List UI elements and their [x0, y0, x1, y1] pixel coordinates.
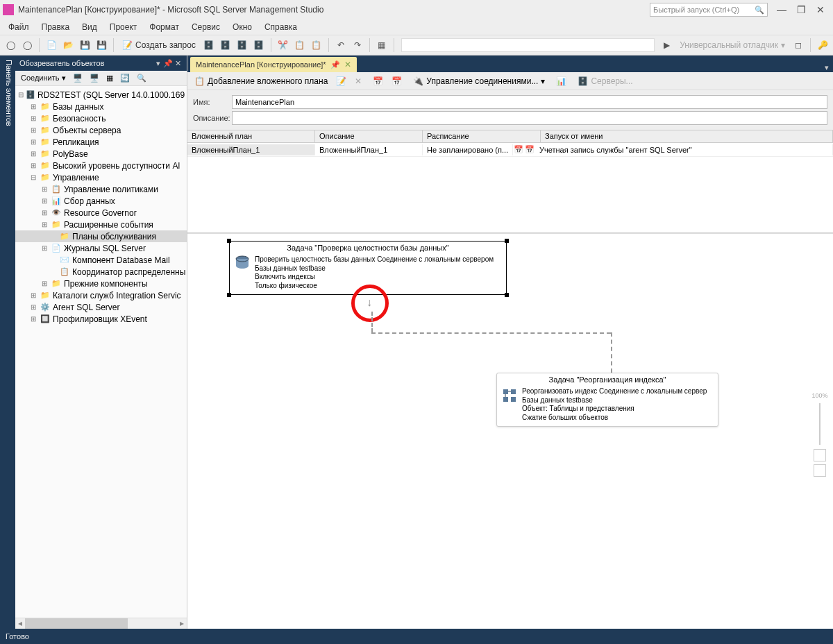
tab-close-icon[interactable]: ✕	[344, 60, 351, 69]
tab-pin-icon[interactable]: 📌	[330, 60, 340, 69]
subplan-props-button[interactable]: 📝	[333, 76, 349, 86]
et-icon[interactable]: 🔍	[134, 74, 149, 83]
col-subplan[interactable]: Вложенный план	[187, 130, 315, 142]
tool-icon[interactable]: 🗄️	[251, 37, 267, 53]
servers-button[interactable]: 🗄️Серверы...	[575, 76, 635, 86]
pin-icon[interactable]: 📌	[163, 59, 173, 68]
save-all-button[interactable]: 💾	[94, 37, 109, 53]
desc-label: Описание:	[193, 114, 232, 122]
et-icon[interactable]: 🖥️	[87, 74, 102, 83]
tree-alwayson[interactable]: ⊞📁Высокий уровень доступности Al	[15, 160, 187, 171]
stop-button[interactable]: ◻	[791, 37, 806, 53]
tree-replication[interactable]: ⊞📁Репликация	[15, 136, 187, 148]
cut-button[interactable]: ✂️	[276, 37, 291, 53]
dropdown-icon[interactable]: ▾	[153, 59, 163, 68]
col-desc[interactable]: Описание	[315, 130, 423, 142]
menu-service[interactable]: Сервис	[186, 21, 226, 33]
copy-button[interactable]: 📋	[292, 37, 308, 53]
subplan-row[interactable]: ВложенныйПлан_1 ВложенныйПлан_1 Не запла…	[187, 143, 833, 157]
tree-integration[interactable]: ⊞📁Каталоги служб Integration Servic	[15, 289, 187, 301]
close-window-button[interactable]: ✕	[811, 4, 830, 15]
explorer-header: Обозреватель объектов ▾ 📌 ✕	[15, 56, 187, 71]
remove-schedule-button[interactable]: 📅	[389, 76, 405, 86]
tree-databases[interactable]: ⊞📁Базы данных	[15, 101, 187, 112]
desc-input[interactable]	[232, 111, 827, 125]
nav-fwd-button[interactable]: ◯	[19, 37, 35, 53]
menu-project[interactable]: Проект	[104, 21, 143, 33]
schedule-remove-icon[interactable]: 📅	[524, 145, 535, 154]
menu-format[interactable]: Формат	[144, 21, 185, 33]
new-item-button[interactable]: 📄	[44, 37, 59, 53]
tree-coordinator[interactable]: 📋Координатор распределенны	[15, 266, 187, 278]
schedule-button[interactable]: 📅	[370, 76, 386, 86]
tree-server-objects[interactable]: ⊞📁Объекты сервера	[15, 124, 187, 136]
tab-overflow-icon[interactable]: ▾	[821, 63, 833, 72]
nav-back-button[interactable]: ◯	[3, 37, 18, 53]
tree-xevent[interactable]: ⊞🔲Профилировщик XEvent	[15, 313, 187, 325]
tree-server[interactable]: ⊟🗄️RDS2TEST (SQL Server 14.0.1000.169 - …	[15, 89, 187, 101]
menu-file[interactable]: Файл	[3, 21, 35, 33]
tool-icon[interactable]: 🗄️	[235, 37, 250, 53]
status-bar: Готово	[0, 629, 833, 644]
reporting-button[interactable]: 📊	[553, 76, 569, 86]
zoom-slider[interactable]	[819, 403, 821, 445]
minimize-button[interactable]: —	[772, 4, 791, 15]
task-reorganize-index[interactable]: Задача "Реорганизация индекса" Реорганиз…	[496, 373, 718, 427]
execute-button[interactable]: ▶	[659, 37, 674, 53]
delete-subplan-button[interactable]: ✕	[352, 76, 364, 86]
menu-help[interactable]: Справка	[259, 21, 303, 33]
tree-legacy[interactable]: ⊞📁Прежние компоненты	[15, 278, 187, 289]
et-icon[interactable]: 🖥️	[70, 74, 85, 83]
open-button[interactable]: 📂	[60, 37, 76, 53]
resize-handle[interactable]	[505, 239, 509, 243]
zoom-fit-button[interactable]	[814, 449, 826, 461]
restore-button[interactable]: ❐	[791, 4, 811, 15]
designer-canvas[interactable]: Задача "Проверка целостности базы данных…	[187, 233, 833, 629]
menu-window[interactable]: Окно	[227, 21, 258, 33]
tree-maint-plans[interactable]: 📁Планы обслуживания	[15, 230, 187, 242]
tree-db-mail[interactable]: ✉️Компонент Database Mail	[15, 254, 187, 266]
document-tab-active[interactable]: MaintenancePlan [Конструирование]* 📌 ✕	[190, 57, 357, 72]
svg-rect-4	[503, 397, 508, 402]
grid-button[interactable]: ▦	[374, 37, 389, 53]
object-tree[interactable]: ⊟🗄️RDS2TEST (SQL Server 14.0.1000.169 - …	[15, 86, 187, 618]
tree-security[interactable]: ⊞📁Безопасность	[15, 112, 187, 124]
name-input[interactable]	[232, 95, 827, 109]
close-icon[interactable]: ✕	[173, 59, 183, 68]
debugger-button[interactable]: Универсальный отладчик ▾	[675, 40, 789, 50]
new-query-button[interactable]: 📝Создать запрос	[118, 40, 200, 50]
et-icon[interactable]: 🔄	[117, 74, 133, 83]
tree-extended-events[interactable]: ⊞📁Расширенные события	[15, 219, 187, 230]
col-schedule[interactable]: Расписание	[423, 130, 541, 142]
menu-edit[interactable]: Правка	[36, 21, 76, 33]
schedule-edit-icon[interactable]: 📅	[513, 145, 524, 154]
undo-button[interactable]: ↶	[333, 37, 348, 53]
manage-connections-button[interactable]: 🔌Управление соединениями... ▾	[410, 76, 548, 86]
tree-polybase[interactable]: ⊞📁PolyBase	[15, 148, 187, 160]
tool-icon[interactable]: 🗄️	[218, 37, 233, 53]
tree-resource-gov[interactable]: ⊞👁️Resource Governor	[15, 207, 187, 219]
combo-empty[interactable]	[401, 38, 655, 52]
menu-view[interactable]: Вид	[76, 21, 103, 33]
find-button[interactable]: 🔑	[815, 37, 830, 53]
tab-label: MaintenancePlan [Конструирование]*	[196, 60, 326, 69]
redo-button[interactable]: ↷	[350, 37, 365, 53]
tree-management[interactable]: ⊟📁Управление	[15, 171, 187, 183]
add-subplan-button[interactable]: 📋Добавление вложенного плана	[192, 76, 330, 86]
et-icon[interactable]: ▦	[103, 74, 116, 83]
explorer-hscroll[interactable]: ◂ ▸	[15, 618, 187, 629]
tree-data-collection[interactable]: ⊞📊Сбор данных	[15, 195, 187, 207]
tool-icon[interactable]: 🗄️	[201, 37, 217, 53]
connect-button[interactable]: Соединить ▾	[18, 74, 69, 83]
zoom-region-button[interactable]	[814, 464, 826, 477]
resize-handle[interactable]	[227, 293, 231, 297]
tree-sql-logs[interactable]: ⊞📄Журналы SQL Server	[15, 242, 187, 254]
tree-policy[interactable]: ⊞📋Управление политиками	[15, 183, 187, 195]
save-button[interactable]: 💾	[77, 37, 92, 53]
tree-sql-agent[interactable]: ⊞⚙️Агент SQL Server	[15, 301, 187, 313]
toolbox-strip[interactable]: Панель элементов	[0, 56, 15, 629]
col-runas[interactable]: Запуск от имени	[541, 130, 833, 142]
paste-button[interactable]: 📋	[309, 37, 324, 53]
quick-launch-input[interactable]: Быстрый запуск (Ctrl+Q)🔍	[650, 3, 768, 17]
separator	[271, 38, 271, 52]
